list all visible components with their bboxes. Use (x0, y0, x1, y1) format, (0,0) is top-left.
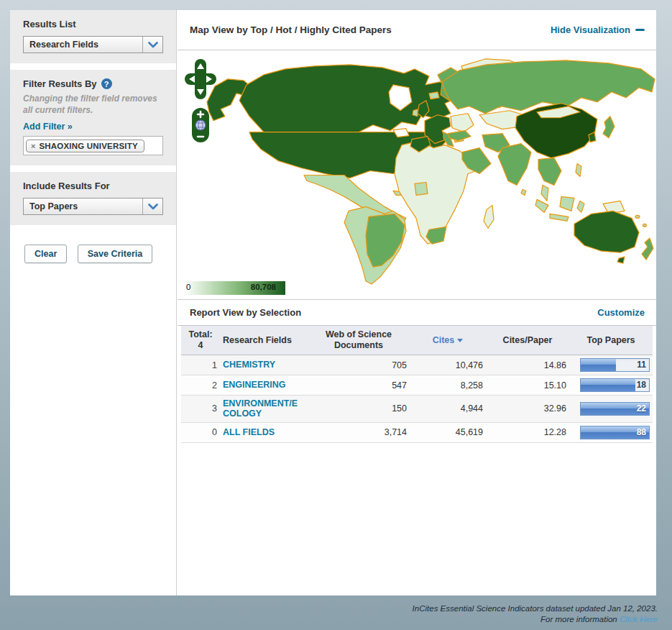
report-header: Report View by Selection Customize (178, 300, 656, 326)
results-list-selected-value: Research Fields (24, 37, 142, 52)
country-tasmania (617, 257, 625, 263)
add-filter-link[interactable]: Add Filter » (23, 122, 73, 132)
filter-heading: Filter Results By (23, 78, 97, 89)
sidebar-buttons: Clear Save Criteria (10, 232, 176, 263)
zoom-control[interactable] (191, 108, 210, 142)
country-madagascar (484, 205, 494, 228)
help-icon[interactable]: ? (101, 78, 112, 89)
report-table: Total: 4 Research Fields Web of Science … (181, 326, 653, 443)
table-row: 1 CHEMISTRY 705 10,476 14.86 11 (181, 355, 653, 375)
wos-value: 547 (308, 375, 410, 396)
include-results-panel: Include Results For Top Papers (10, 172, 176, 225)
remove-tag-icon[interactable]: × (31, 142, 35, 150)
chevron-down-icon[interactable] (142, 37, 162, 52)
country-sri-lanka (521, 189, 526, 195)
footer-line1: InCites Essential Science Indicators dat… (413, 603, 658, 615)
top-papers-value: 88 (637, 427, 646, 437)
country-new-zealand (642, 238, 653, 260)
field-link[interactable]: ENVIRONMENT/ECOLOGY (223, 398, 299, 419)
cites-value: 8,258 (410, 375, 486, 396)
filter-note: Changing the filter field removes all cu… (23, 93, 163, 116)
row-rank: 3 (181, 396, 220, 423)
map-title: Map View by Top / Hot / Highly Cited Pap… (190, 24, 392, 35)
map-legend: 0 80,708 (184, 281, 285, 295)
cites-per-paper-value: 32.96 (486, 396, 569, 423)
cites-label: Cites (433, 335, 455, 345)
cites-value: 45,619 (410, 422, 486, 442)
sidebar: Results List Research Fields Filter Resu… (10, 10, 177, 595)
legend-min: 0 (186, 283, 190, 291)
results-list-select[interactable]: Research Fields (23, 36, 163, 53)
top-papers-bar: 11 (580, 358, 650, 372)
include-results-heading: Include Results For (23, 181, 163, 191)
total-value: 4 (184, 340, 217, 351)
total-label: Total: (184, 329, 217, 340)
choropleth-map-svg (178, 50, 656, 299)
row-rank: 1 (181, 355, 220, 375)
page-footer: InCites Essential Science Indicators dat… (413, 603, 658, 626)
top-papers-value: 18 (637, 380, 646, 390)
field-link[interactable]: ENGINEERING (223, 380, 286, 390)
map-controls (185, 59, 216, 142)
content-card: Results List Research Fields Filter Resu… (10, 10, 656, 595)
malay-peninsula (541, 185, 548, 201)
total-header: Total: 4 (181, 326, 220, 355)
table-header-row: Total: 4 Research Fields Web of Science … (181, 326, 653, 355)
wos-value: 3,714 (308, 422, 410, 442)
field-link[interactable]: CHEMISTRY (223, 360, 275, 370)
country-sumatra (535, 199, 548, 212)
bar-fill (581, 379, 635, 391)
country-iceland (429, 92, 439, 99)
minus-icon (635, 29, 645, 31)
cites-value: 10,476 (410, 355, 486, 375)
pan-control[interactable] (185, 59, 216, 99)
save-criteria-button[interactable]: Save Criteria (78, 245, 152, 263)
cites-value: 4,944 (410, 396, 486, 423)
results-list-panel: Results List Research Fields (10, 10, 176, 63)
filter-tag-label: SHAOXING UNIVERSITY (39, 142, 137, 150)
country-nigeria (415, 182, 428, 195)
chevron-down-icon[interactable] (142, 198, 162, 214)
top-papers-bar: 22 (580, 402, 650, 416)
click-here-link[interactable]: Click Here (620, 615, 658, 624)
map-header: Map View by Top / Hot / Highly Cited Pap… (178, 10, 656, 50)
column-header-cites-per-paper[interactable]: Cites/Paper (486, 326, 569, 355)
table-row: 2 ENGINEERING 547 8,258 15.10 18 (181, 375, 653, 396)
world-map[interactable]: 0 80,708 (178, 50, 656, 300)
country-australia (574, 211, 639, 252)
row-rank: 2 (181, 375, 220, 396)
column-header-wos-documents[interactable]: Web of Science Documents (308, 326, 410, 355)
hide-visualization-label: Hide Visualization (551, 24, 630, 35)
footer-line2-text: For more information (540, 615, 620, 624)
top-papers-bar: 88 (580, 426, 650, 439)
filter-tag[interactable]: × SHAOXING UNIVERSITY (26, 140, 144, 152)
hide-visualization-link[interactable]: Hide Visualization (551, 24, 645, 35)
country-india (498, 144, 531, 186)
table-row: 0 ALL FIELDS 3,714 45,619 12.28 88 (181, 422, 653, 442)
legend-max: 80,708 (251, 283, 276, 291)
column-header-top-papers[interactable]: Top Papers (569, 326, 653, 355)
column-header-research-fields[interactable]: Research Fields (220, 326, 308, 355)
pacific-island (635, 215, 640, 218)
include-results-select[interactable]: Top Papers (23, 198, 163, 215)
country-java (550, 214, 569, 221)
country-sulawesi (577, 201, 584, 212)
top-papers-bar: 18 (580, 378, 650, 392)
include-results-selected-value: Top Papers (24, 198, 142, 214)
bar-fill (581, 359, 616, 371)
footer-line2: For more information Click Here (413, 614, 658, 626)
top-papers-value: 11 (637, 360, 646, 370)
wos-value: 705 (308, 355, 410, 375)
field-link[interactable]: ALL FIELDS (223, 427, 275, 437)
country-borneo (560, 196, 574, 211)
filter-panel: Filter Results By ? Changing the filter … (10, 70, 176, 165)
indochina (538, 158, 561, 186)
filter-tag-container: × SHAOXING UNIVERSITY (23, 136, 163, 155)
wos-value: 150 (308, 396, 410, 423)
country-brazil (366, 214, 405, 267)
customize-link[interactable]: Customize (597, 307, 645, 318)
sort-desc-icon (457, 339, 463, 342)
report-title: Report View by Selection (190, 307, 301, 318)
column-header-cites[interactable]: Cites (410, 326, 486, 355)
clear-button[interactable]: Clear (24, 245, 67, 263)
